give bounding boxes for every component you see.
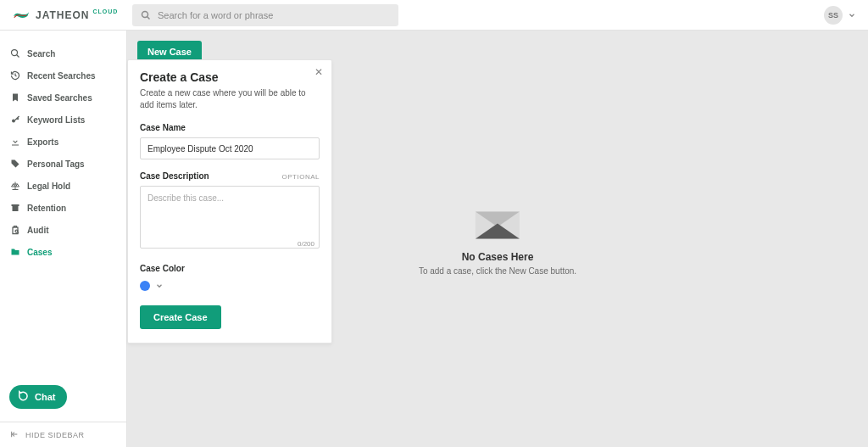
modal-subtitle: Create a new case where you will be able… [140, 87, 320, 111]
envelope-icon [472, 203, 523, 240]
color-swatch[interactable] [140, 281, 150, 291]
sidebar-item-label: Cases [27, 248, 52, 257]
logo[interactable]: JATHEON CLOUD [0, 8, 132, 22]
global-search [132, 4, 398, 26]
svg-line-1 [147, 16, 150, 19]
svg-point-6 [15, 230, 18, 232]
chevron-down-icon[interactable] [155, 278, 164, 293]
sidebar-item-label: Recent Searches [27, 71, 96, 81]
avatar: SS [824, 6, 843, 25]
search-input[interactable] [132, 4, 398, 26]
sidebar-item-label: Search [27, 49, 55, 59]
sidebar-item-retention[interactable]: Retention [0, 197, 126, 219]
folder-icon [10, 247, 20, 257]
create-case-button[interactable]: Create Case [140, 305, 221, 329]
svg-rect-5 [12, 204, 19, 206]
svg-line-7 [18, 232, 19, 233]
case-description-label: Case Description [140, 171, 209, 181]
hide-sidebar-button[interactable]: HIDE SIDEBAR [0, 422, 126, 447]
sidebar-item-legal-hold[interactable]: Legal Hold [0, 175, 126, 197]
empty-state: No Cases Here To add a case, click the N… [419, 203, 576, 275]
case-name-input[interactable] [140, 137, 320, 159]
download-icon [10, 137, 20, 147]
search-icon [10, 48, 20, 59]
sidebar: Search Recent Searches Saved Searches Ke… [0, 31, 127, 447]
chat-button[interactable]: Chat [9, 385, 67, 409]
dragon-icon [12, 8, 31, 22]
sidebar-item-audit[interactable]: Audit [0, 219, 126, 241]
svg-point-2 [12, 50, 18, 56]
svg-line-3 [17, 55, 19, 58]
optional-badge: OPTIONAL [282, 173, 320, 181]
scales-icon [10, 181, 20, 191]
empty-title: No Cases Here [419, 250, 576, 262]
case-description-input[interactable] [140, 186, 320, 249]
main: New Case No Cases Here To add a case, cl… [127, 31, 868, 447]
key-icon [10, 115, 20, 125]
svg-point-0 [142, 11, 148, 17]
archive-icon [10, 203, 20, 213]
sidebar-item-exports[interactable]: Exports [0, 131, 126, 153]
close-icon: ✕ [314, 66, 323, 78]
audit-icon [10, 225, 20, 235]
sidebar-item-label: Personal Tags [27, 159, 85, 169]
nav: Search Recent Searches Saved Searches Ke… [0, 42, 126, 263]
sidebar-item-cases[interactable]: Cases [0, 241, 126, 263]
create-case-modal: ✕ Create a Case Create a new case where … [127, 59, 332, 344]
hide-sidebar-label: HIDE SIDEBAR [25, 431, 85, 439]
modal-title: Create a Case [140, 70, 320, 84]
case-color-label: Case Color [140, 264, 320, 273]
sidebar-item-label: Legal Hold [27, 182, 70, 191]
header: JATHEON CLOUD SS [0, 0, 868, 31]
search-icon [141, 10, 151, 20]
sidebar-item-label: Retention [27, 204, 66, 213]
sidebar-item-keyword-lists[interactable]: Keyword Lists [0, 109, 126, 131]
sidebar-item-label: Keyword Lists [27, 115, 85, 125]
empty-subtitle: To add a case, click the New Case button… [419, 265, 576, 275]
sidebar-item-label: Exports [27, 137, 58, 147]
sidebar-item-label: Audit [27, 226, 49, 235]
sidebar-item-recent-searches[interactable]: Recent Searches [0, 64, 126, 87]
chevron-down-icon [848, 8, 856, 23]
sidebar-item-saved-searches[interactable]: Saved Searches [0, 87, 126, 109]
logo-cloud-text: CLOUD [92, 8, 118, 14]
user-menu[interactable]: SS [824, 6, 856, 25]
bookmark-icon [10, 92, 20, 103]
sidebar-item-personal-tags[interactable]: Personal Tags [0, 153, 126, 175]
close-button[interactable]: ✕ [314, 67, 323, 77]
chat-label: Chat [35, 392, 55, 402]
sidebar-item-search[interactable]: Search [0, 42, 126, 64]
case-color-field: Case Color [140, 264, 320, 293]
chat-icon [18, 390, 30, 404]
case-name-field: Case Name [140, 123, 320, 159]
logo-text: JATHEON [36, 9, 89, 21]
case-description-field: Case Description OPTIONAL 0/200 [140, 171, 320, 252]
history-icon [10, 70, 20, 81]
case-name-label: Case Name [140, 123, 320, 132]
sidebar-item-label: Saved Searches [27, 93, 92, 103]
tag-icon [10, 159, 20, 169]
collapse-icon [10, 430, 19, 440]
